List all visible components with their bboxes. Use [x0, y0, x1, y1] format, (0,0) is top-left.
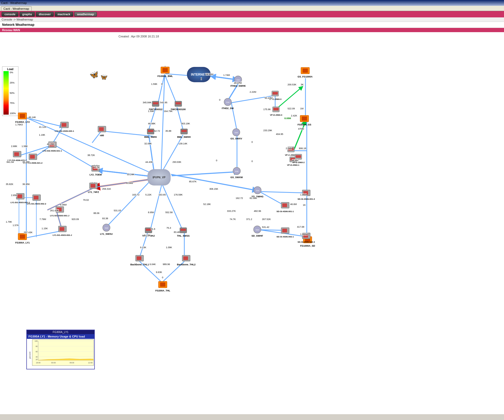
- node-swc0100[interactable]: SWC00X0100: [171, 100, 186, 111]
- traffic-46.6m-2: 46.6M: [290, 203, 297, 206]
- traffic-50.43m: 50.43M: [265, 97, 273, 99]
- traffic-257.43k: 257.43K: [24, 231, 33, 234]
- traffic-8.06m: 8.06M: [60, 203, 67, 206]
- node-ly1-74fz[interactable]: LY1_74FZ: [88, 182, 99, 193]
- traffic-46.98k: 46.98K: [148, 122, 156, 125]
- legend-labels: 0% 25% 50% 75% 100%: [10, 71, 16, 115]
- svg-line-26: [149, 135, 154, 172]
- browser-tab[interactable]: Cacti - Weathermap: [1, 6, 32, 11]
- node-ly1-si1-002-2[interactable]: LY1-SI1-4S03-002-2: [27, 194, 46, 205]
- title-bar: Cacti - Weathermap: [0, 0, 504, 6]
- node-fg300a-ly1[interactable]: FG300A_LY1: [15, 232, 30, 244]
- node-gs-fg1000a[interactable]: GS_FG1000A: [298, 66, 313, 78]
- svg-rect-64: [303, 69, 308, 73]
- traffic-47m0: 47M0: [298, 128, 304, 130]
- svg-text:06:00: 06:00: [70, 362, 74, 364]
- node-fg200a-thl-label: FG200A_THL: [155, 289, 170, 292]
- traffic-267.52k: 267.52K: [262, 218, 271, 221]
- node-fg300a-bml[interactable]: FG300A_BML: [157, 66, 173, 77]
- traffic-46.14k: 46.14K: [28, 116, 36, 119]
- node-ly1-si1-002-2-label: LY1-SI1-4S03-002-2: [27, 203, 46, 205]
- node-ithd2-sw[interactable]: SW ITHD2_SW: [222, 97, 234, 110]
- traffic-9.13k: 9.13K: [140, 246, 146, 249]
- traffic-7.79m: 7.79M: [39, 218, 46, 221]
- legend: Load 0% 25% 50% 75% 100%: [2, 66, 18, 116]
- node-gs-swxw-label: GS_SWXW: [230, 176, 243, 179]
- node-bml-5whh[interactable]: BML_5WHH: [177, 128, 191, 138]
- nav-mactrack[interactable]: mactrack: [55, 12, 73, 17]
- svg-text:SW: SW: [256, 189, 259, 192]
- svg-rect-122: [60, 227, 64, 231]
- traffic-989.96: 989.96: [163, 263, 170, 266]
- nav-weathermap[interactable]: weathermap: [74, 12, 97, 17]
- traffic-62.72: 62.72: [154, 130, 160, 132]
- node-ly1-swxu[interactable]: SW LY1_SWXU: [100, 223, 113, 235]
- traffic-8.04m: 8.04M: [126, 182, 133, 184]
- node-backbone-thl1[interactable]: Backbone_THL1: [130, 254, 149, 266]
- svg-line-22: [158, 74, 165, 103]
- nav-bar: console graphs discover mactrack weather…: [0, 11, 504, 17]
- traffic-44.43k: 44.43K: [145, 161, 153, 163]
- nav-discover[interactable]: discover: [36, 12, 53, 17]
- node-ly2-si2-020-1[interactable]: LY2-SI2-4S06-020-1: [55, 121, 74, 132]
- traffic-162.72: 162.72: [236, 197, 243, 199]
- traffic-1.79k: 1.79K: [6, 221, 12, 223]
- traffic-552.58: 552.58: [165, 211, 173, 214]
- traffic-52.18k: 52.18K: [203, 203, 211, 206]
- svg-rect-134: [273, 108, 279, 110]
- traffic-200.53k: 200.53K: [288, 83, 297, 86]
- traffic-33.24k: 33.24K: [127, 173, 135, 176]
- traffic-85.67k: 85.67K: [189, 180, 197, 183]
- ipvpn-node[interactable]: IPVPN_VP: [147, 169, 171, 185]
- svg-rect-94: [181, 229, 186, 231]
- node-sd-swhf[interactable]: SW SD_SWHF: [251, 225, 263, 237]
- node-gs-swxv[interactable]: SW GS_SWXV: [230, 128, 242, 140]
- traffic-345.84k: 345.84K: [143, 101, 152, 104]
- nav-graphs[interactable]: graphs: [19, 12, 35, 17]
- popup-graph: 100 80 60 40 20 18:00 00:00 06:00 12:00: [32, 339, 94, 366]
- node-ithd1-swhk[interactable]: SW ITHD1_SWHK: [230, 75, 246, 87]
- node-ly1-si1-002-j-label: LY1-SI1-4S03-002-J: [53, 234, 72, 236]
- nav-console[interactable]: console: [2, 12, 18, 17]
- traffic-1.59k-up: 1.59K: [151, 83, 157, 85]
- traffic-2.04m: 2.04M: [286, 147, 292, 150]
- node-ly2-si2-021-1[interactable]: LY2-SI2-4S06-021-1: [43, 141, 62, 152]
- traffic-542.95: 542.95: [160, 101, 167, 104]
- node-thl5wss-label: THL_5WSS: [177, 235, 190, 237]
- node-fg300a-ly2[interactable]: FG300A_LY2: [15, 112, 30, 123]
- traffic-906.18: 906.18: [299, 147, 306, 150]
- traffic-1.15k: 1.15K: [42, 227, 48, 230]
- svg-line-21: [162, 184, 183, 231]
- node-bml-5whi[interactable]: BML_5WHI: [144, 128, 157, 138]
- traffic-1.58k: 1.58K: [22, 145, 28, 148]
- traffic-88.06: 88.06: [93, 212, 100, 214]
- traffic-3k: 3K: [301, 83, 304, 86]
- node-fg200a-thl[interactable]: FG200A_THL: [155, 280, 170, 292]
- svg-rect-86: [181, 130, 187, 132]
- traffic-303.19k: 303.19K: [181, 122, 190, 125]
- traffic-1.19k: 1.19K: [39, 134, 45, 136]
- traffic-0-gs2: 0: [216, 159, 217, 162]
- popup-fg300a-ly1[interactable]: FG300A_LY1 FG300A LY1 - Memory Usage & C…: [26, 330, 95, 369]
- svg-line-45: [161, 76, 165, 172]
- traffic-48.26k: 48.26K: [47, 143, 55, 145]
- svg-line-18: [172, 172, 237, 176]
- node-vp-d-2960-3[interactable]: VP-D-2960-3: [270, 106, 282, 116]
- node-vp-d-2960-2[interactable]: VP-D-2960-2: [292, 153, 305, 164]
- node-sd-si-002-3-label: SD-SI-4S06-002-3: [298, 241, 315, 243]
- svg-rect-62: [20, 235, 25, 239]
- node-backbone-thl2[interactable]: Backbone_THL2: [177, 254, 196, 266]
- node-sd-swhg[interactable]: SW SD_SWHG: [251, 186, 264, 198]
- svg-rect-108: [62, 123, 66, 127]
- node-ly1-si1-002-j[interactable]: LY1-SI1-4S03-002-J: [53, 225, 72, 236]
- node-gs-swxw[interactable]: SW GS_SWXW: [230, 167, 243, 179]
- node-sd-si-002-1[interactable]: SD-SI-4S06-002-1: [276, 227, 294, 238]
- node-ly2-7oem-label: LY2_7OEM: [90, 173, 102, 176]
- node-ly2-si2-020-1-label: LY2-SI2-4S06-020-1: [55, 130, 74, 132]
- svg-line-36: [107, 180, 151, 226]
- node-fg500a-gs[interactable]: FG500A_GS: [298, 114, 311, 126]
- svg-line-20: [150, 184, 162, 231]
- node-n80[interactable]: n80: [97, 125, 106, 137]
- traffic-417.68: 417.68: [297, 226, 304, 228]
- node-swc0100-label: SWC00X0100: [171, 108, 186, 111]
